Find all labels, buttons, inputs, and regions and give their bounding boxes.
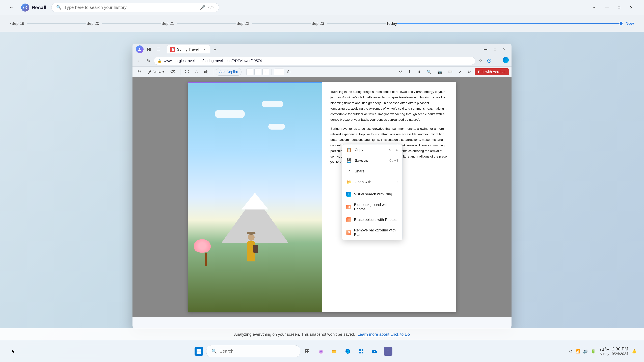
pdf-snapshot-button[interactable]: 📷 <box>435 68 444 76</box>
pdf-immersive-button[interactable]: 📖 <box>446 68 455 76</box>
timeline-label-sep23[interactable]: Sep 23 <box>312 21 324 26</box>
notifications-icon[interactable]: 🔔 <box>631 348 637 354</box>
more-options-button[interactable]: ··· <box>589 3 598 12</box>
lotus-app-button[interactable] <box>315 345 327 357</box>
pdf-expand-button[interactable]: ⤢ <box>456 68 464 76</box>
recall-bar: ← Recall 🔍 🎤 </> ··· — □ ✕ <box>0 0 644 15</box>
mail-button[interactable] <box>368 345 381 357</box>
extensions-button[interactable] <box>145 45 153 53</box>
timeline-track-sep21 <box>177 23 236 24</box>
maximize-button[interactable]: □ <box>613 3 625 12</box>
timeline-label-sep19[interactable]: Sep 19 <box>12 21 24 26</box>
pdf-thumbnails-button[interactable] <box>135 68 144 76</box>
taskbar-search[interactable]: 🔍 <box>206 345 300 357</box>
edit-acrobat-button[interactable]: Edit with Acrobat <box>474 68 509 75</box>
back-nav-button[interactable]: ← <box>135 57 143 65</box>
zoom-out-button[interactable]: − <box>246 68 253 75</box>
svg-rect-9 <box>138 70 139 71</box>
svg-rect-2 <box>148 48 149 49</box>
ctx-remove-bg[interactable]: 🖼 Remove background with Paint <box>342 225 402 240</box>
voice-icon[interactable]: 🎤 <box>200 5 205 10</box>
browser-profile-icon <box>136 45 144 53</box>
person-head <box>248 234 254 241</box>
cloud-2 <box>262 101 284 107</box>
person-backpack <box>253 245 258 253</box>
copilot-btn[interactable] <box>485 57 493 65</box>
taskbar-clock[interactable]: 2:30 PM 9/24/2024 <box>612 347 628 356</box>
ctx-erase-objects[interactable]: ✂ Erase objects with Photos <box>342 214 402 225</box>
pdf-text-button[interactable]: A <box>193 68 200 76</box>
tab-close-button[interactable]: ✕ <box>202 47 207 52</box>
start-button[interactable] <box>193 345 205 357</box>
files-button[interactable] <box>328 345 340 357</box>
pdf-fullscreen-button[interactable]: ⛶ <box>183 68 191 76</box>
draw-chevron-icon: ▾ <box>162 70 164 74</box>
code-icon[interactable]: </> <box>208 5 214 10</box>
close-button[interactable]: ✕ <box>625 3 637 12</box>
browser-tab-spring-travel[interactable]: 📄 Spring Travel ✕ <box>167 45 210 53</box>
svg-rect-21 <box>306 352 307 353</box>
new-tab-button[interactable]: + <box>211 46 219 53</box>
taskbar-search-input[interactable] <box>220 349 295 354</box>
address-bar[interactable]: 🔒 www.margiestravel.com/springtravelidea… <box>154 57 475 65</box>
ctx-visual-search[interactable]: b Visual search with Bing <box>342 189 402 200</box>
page-number-input[interactable] <box>274 68 284 75</box>
timeline-today-label[interactable]: Today <box>386 21 397 26</box>
timeline-label-sep20[interactable]: Sep 20 <box>86 21 99 26</box>
ctx-blur-bg[interactable]: 🖼 Blur background with Photos <box>342 200 402 214</box>
pdf-settings-button[interactable]: ⚙ <box>465 68 473 76</box>
edge-browser-icon <box>344 347 352 356</box>
zoom-in-button[interactable]: + <box>262 68 269 75</box>
timeline-now-label[interactable]: Now <box>626 21 634 26</box>
teams-button[interactable]: T <box>382 345 394 357</box>
timeline-bar: ‹ Sep 19 Sep 20 Sep 21 Sep 22 Sep 23 Tod… <box>0 15 644 32</box>
ask-copilot-button[interactable]: Ask Copilot <box>216 68 241 76</box>
search-icon: 🔍 <box>56 5 62 10</box>
pdf-zoom-controls: − ⊡ + <box>246 68 269 75</box>
system-tray-expand-button[interactable]: ∧ <box>7 345 19 357</box>
store-button[interactable] <box>355 345 367 357</box>
volume-icon[interactable]: 🔊 <box>582 348 589 354</box>
timeline-label-sep21[interactable]: Sep 21 <box>161 21 174 26</box>
settings-icon[interactable]: ⚙ <box>568 348 574 354</box>
taskbar: ∧ 🔍 <box>0 340 644 362</box>
task-view-icon <box>303 347 312 356</box>
refresh-nav-button[interactable]: ↻ <box>144 57 152 65</box>
zoom-fit-button[interactable]: ⊡ <box>254 68 261 75</box>
pdf-rotate-button[interactable]: ↺ <box>397 68 404 76</box>
network-icon[interactable]: 📶 <box>575 348 581 354</box>
notification-link[interactable]: Learn more about Click to Do <box>358 332 410 337</box>
recall-logo-icon <box>21 3 29 11</box>
ctx-open-with-label: Open with <box>355 180 394 184</box>
more-browser-button[interactable]: ··· <box>494 57 502 65</box>
minimize-browser-button[interactable]: — <box>482 45 489 53</box>
pdf-image-side <box>188 82 322 312</box>
close-browser-button[interactable]: ✕ <box>500 45 508 53</box>
maximize-browser-button[interactable]: □ <box>491 45 499 53</box>
svg-rect-5 <box>150 50 150 51</box>
tab-bar: 📄 Spring Travel ✕ + <box>164 45 221 53</box>
pdf-search-button[interactable]: 🔍 <box>424 68 434 76</box>
ctx-copy[interactable]: 📋 Copy Ctrl+C <box>342 144 402 155</box>
timeline-back-chevron[interactable]: ‹ <box>10 21 12 26</box>
edge-button[interactable] <box>342 345 354 357</box>
pdf-paragraph-1: Traveling in the spring brings a fresh s… <box>330 89 448 122</box>
battery-icon[interactable]: 🔋 <box>590 348 596 354</box>
pdf-eraser-button[interactable]: ⌫ <box>168 68 178 76</box>
recall-search-input[interactable] <box>64 5 197 10</box>
pdf-draw-button[interactable]: Draw ▾ <box>145 68 166 76</box>
ctx-save-as[interactable]: 💾 Save as Ctrl+S <box>342 155 402 166</box>
pdf-print-button[interactable]: 🖨 <box>415 68 423 76</box>
taskbar-weather[interactable]: 71°F Sunny <box>599 347 609 356</box>
browser-toolbar: ← ↻ 🔒 www.margiestravel.com/springtravel… <box>132 55 512 66</box>
pdf-download-button[interactable]: ⬇ <box>406 68 414 76</box>
minimize-button[interactable]: — <box>601 3 613 12</box>
sidebar-button[interactable] <box>155 45 162 53</box>
task-view-button[interactable] <box>302 345 314 357</box>
back-button[interactable]: ← <box>7 3 16 12</box>
favorites-button[interactable]: ☆ <box>477 57 484 65</box>
ctx-share[interactable]: ↗ Share <box>342 166 402 177</box>
pdf-highlight-button[interactable]: ab̲ <box>202 68 211 76</box>
ctx-open-with[interactable]: 📂 Open with › <box>342 177 402 187</box>
timeline-label-sep22[interactable]: Sep 22 <box>236 21 249 26</box>
